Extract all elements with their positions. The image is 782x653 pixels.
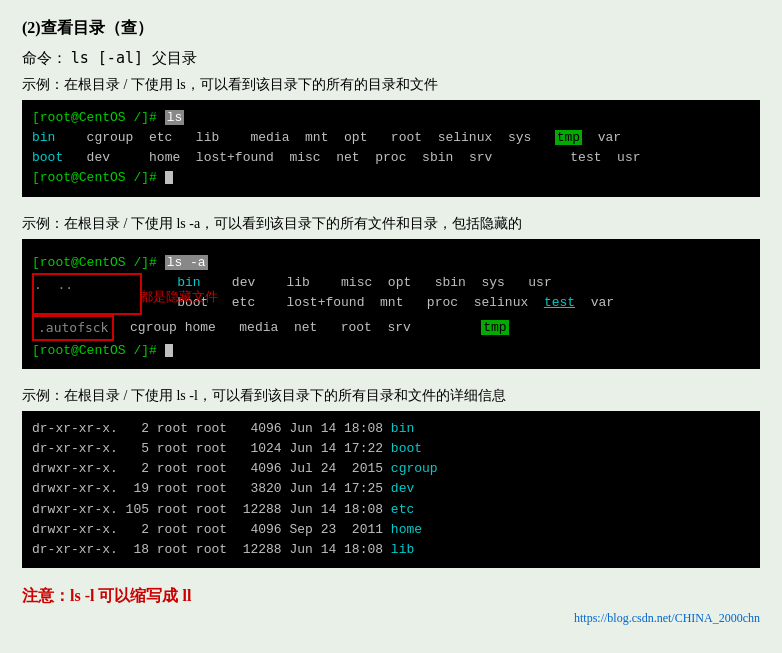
- terminal-2-wrap: [root@CentOS /]# ls -a . .. bin dev lib …: [22, 239, 760, 369]
- detail-row-2: dr-xr-xr-x. 5 root root 1024 Jun 14 17:2…: [32, 439, 750, 459]
- detail-row-4: drwxr-xr-x. 19 root root 3820 Jun 14 17:…: [32, 479, 750, 499]
- prompt-end-2: [root@CentOS /]#: [32, 341, 750, 361]
- file-list-1a: bin cgroup etc lib media mnt opt root se…: [32, 128, 750, 148]
- terminal-1: [root@CentOS /]# ls bin cgroup etc lib m…: [22, 100, 760, 197]
- section-title: (2)查看目录（查）: [22, 18, 760, 39]
- terminal-3: dr-xr-xr-x. 2 root root 4096 Jun 14 18:0…: [22, 411, 760, 568]
- file-list-1b: boot dev home lost+found misc net proc s…: [32, 148, 750, 168]
- detail-row-3: drwxr-xr-x. 2 root root 4096 Jul 24 2015…: [32, 459, 750, 479]
- detail-row-1: dr-xr-xr-x. 2 root root 4096 Jun 14 18:0…: [32, 419, 750, 439]
- hidden-files-label: 都是隐藏文件: [140, 287, 218, 307]
- command-syntax: ls [-al] 父目录: [71, 49, 197, 67]
- note-line: 注意：ls -l 可以缩写成 ll: [22, 586, 760, 607]
- command-label: 命令：: [22, 50, 67, 66]
- command-line: 命令： ls [-al] 父目录: [22, 49, 760, 68]
- url-line: https://blog.csdn.net/CHINA_2000chn: [22, 611, 760, 626]
- prompt-2: [root@CentOS /]#: [32, 255, 165, 270]
- example1-desc: 示例：在根目录 / 下使用 ls，可以看到该目录下的所有的目录和文件: [22, 76, 760, 94]
- example3-desc: 示例：在根目录 / 下使用 ls -l，可以看到该目录下的所有目录和文件的详细信…: [22, 387, 760, 405]
- ls-a-cmd: ls -a: [165, 255, 208, 270]
- terminal-2: [root@CentOS /]# ls -a . .. bin dev lib …: [22, 239, 760, 369]
- ls-cmd: ls: [165, 110, 185, 125]
- prompt-end-1: [root@CentOS /]#: [32, 168, 750, 188]
- detail-row-7: dr-xr-xr-x. 18 root root 12288 Jun 14 18…: [32, 540, 750, 560]
- page-container: (2)查看目录（查） 命令： ls [-al] 父目录 示例：在根目录 / 下使…: [22, 18, 760, 626]
- example2-desc: 示例：在根目录 / 下使用 ls -a，可以看到该目录下的所有文件和目录，包括隐…: [22, 215, 760, 233]
- file-list-2c: cgroup home media net root srv tmp: [114, 318, 508, 338]
- detail-row-6: drwxr-xr-x. 2 root root 4096 Sep 23 2011…: [32, 520, 750, 540]
- prompt: [root@CentOS /]#: [32, 110, 165, 125]
- detail-row-5: drwxr-xr-x. 105 root root 12288 Jun 14 1…: [32, 500, 750, 520]
